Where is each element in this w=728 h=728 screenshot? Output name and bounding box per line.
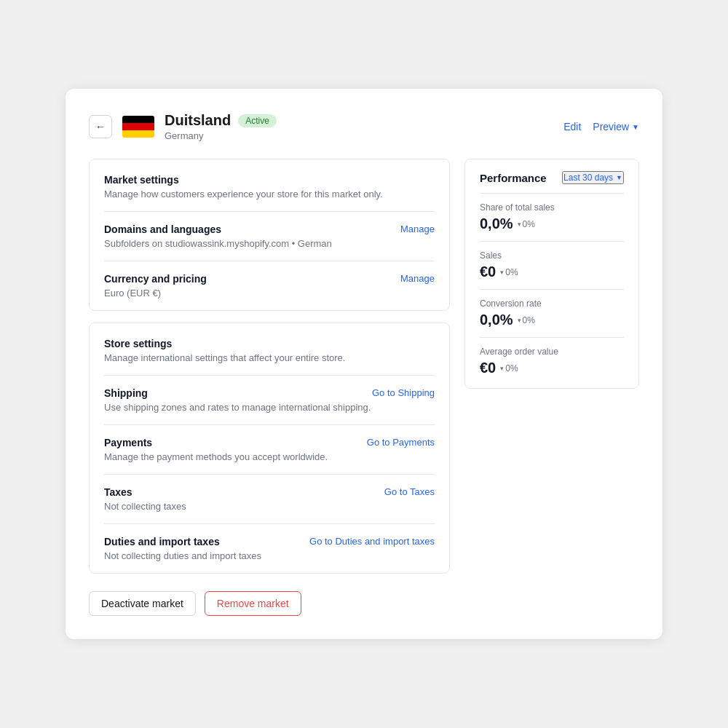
- taxes-title: Taxes: [104, 486, 132, 498]
- shipping-row-header: Shipping Go to Shipping: [104, 387, 435, 399]
- payments-row: Payments Go to Payments Manage the payme…: [104, 424, 435, 474]
- shipping-title: Shipping: [104, 387, 148, 399]
- back-button[interactable]: ←: [89, 115, 112, 138]
- content-layout: Market settings Manage how customers exp…: [89, 159, 639, 574]
- avg-order-number: €0: [480, 360, 496, 376]
- market-settings-title: Market settings: [104, 174, 435, 186]
- taxes-link[interactable]: Go to Taxes: [384, 486, 435, 497]
- header-actions: Edit Preview ▼: [563, 121, 639, 132]
- shipping-link[interactable]: Go to Shipping: [372, 387, 435, 398]
- share-of-sales-change-value: 0%: [523, 219, 535, 229]
- duties-link[interactable]: Go to Duties and import taxes: [309, 536, 435, 547]
- payments-desc: Manage the payment methods you accept wo…: [104, 451, 435, 462]
- left-column: Market settings Manage how customers exp…: [89, 159, 450, 574]
- share-of-sales-label: Share of total sales: [480, 202, 624, 213]
- preview-button[interactable]: Preview ▼: [593, 121, 639, 132]
- duties-row-header: Duties and import taxes Go to Duties and…: [104, 536, 435, 547]
- payments-link[interactable]: Go to Payments: [367, 437, 435, 448]
- sales-number: €0: [480, 264, 496, 280]
- sales-change: ▾ 0%: [500, 267, 518, 277]
- main-card: ← Duitsland Active Germany Edit Preview …: [66, 89, 662, 639]
- conversion-value: 0,0% ▾ 0%: [480, 312, 624, 328]
- domains-desc: Subfolders on studiowassink.myshopify.co…: [104, 238, 435, 249]
- domains-title: Domains and languages: [104, 223, 221, 235]
- store-settings-card: Store settings Manage international sett…: [89, 323, 450, 574]
- taxes-desc: Not collecting taxes: [104, 501, 435, 512]
- share-of-sales-metric: Share of total sales 0,0% ▾ 0%: [480, 193, 624, 241]
- avg-order-change: ▾ 0%: [500, 363, 518, 373]
- taxes-row-header: Taxes Go to Taxes: [104, 486, 435, 498]
- shipping-row: Shipping Go to Shipping Use shipping zon…: [104, 375, 435, 424]
- sales-change-value: 0%: [505, 267, 518, 277]
- deactivate-market-button[interactable]: Deactivate market: [89, 591, 196, 616]
- avg-order-label: Average order value: [480, 347, 624, 357]
- sales-value: €0 ▾ 0%: [480, 264, 624, 280]
- conversion-change-value: 0%: [523, 315, 535, 325]
- shipping-desc: Use shipping zones and rates to manage i…: [104, 402, 435, 413]
- bottom-actions: Deactivate market Remove market: [89, 591, 639, 616]
- country-name-text: Duitsland: [165, 112, 231, 129]
- edit-link[interactable]: Edit: [563, 121, 581, 132]
- currency-title: Currency and pricing: [104, 273, 207, 285]
- country-name-heading: Duitsland Active: [165, 112, 277, 129]
- domains-row-header: Domains and languages Manage: [104, 223, 435, 235]
- status-badge: Active: [238, 114, 277, 127]
- right-column: Performance Last 30 days ▼ Share of tota…: [464, 159, 639, 574]
- currency-row: Currency and pricing Manage Euro (EUR €): [104, 261, 435, 310]
- period-selector[interactable]: Last 30 days ▼: [562, 171, 624, 184]
- preview-label: Preview: [593, 121, 629, 132]
- sales-metric: Sales €0 ▾ 0%: [480, 241, 624, 289]
- currency-row-header: Currency and pricing Manage: [104, 273, 435, 285]
- page-header: ← Duitsland Active Germany Edit Preview …: [89, 112, 639, 141]
- period-label: Last 30 days: [563, 173, 613, 183]
- germany-flag: [122, 116, 154, 138]
- conversion-metric: Conversion rate 0,0% ▾ 0%: [480, 289, 624, 337]
- taxes-row: Taxes Go to Taxes Not collecting taxes: [104, 474, 435, 523]
- domains-row: Domains and languages Manage Subfolders …: [104, 211, 435, 261]
- down-arrow-icon-2: ▾: [500, 269, 504, 276]
- conversion-change: ▾ 0%: [518, 315, 535, 325]
- conversion-label: Conversion rate: [480, 298, 624, 309]
- share-of-sales-number: 0,0%: [480, 215, 513, 232]
- domains-manage-link[interactable]: Manage: [400, 223, 435, 234]
- currency-manage-link[interactable]: Manage: [400, 273, 435, 284]
- avg-order-metric: Average order value €0 ▾ 0%: [480, 337, 624, 385]
- country-subtitle: Germany: [165, 130, 277, 141]
- down-arrow-icon: ▾: [518, 221, 521, 228]
- share-of-sales-change: ▾ 0%: [518, 219, 535, 229]
- down-arrow-icon-4: ▾: [500, 365, 504, 372]
- country-info: Duitsland Active Germany: [165, 112, 277, 141]
- avg-order-value: €0 ▾ 0%: [480, 360, 624, 376]
- duties-row: Duties and import taxes Go to Duties and…: [104, 523, 435, 573]
- performance-header: Performance Last 30 days ▼: [480, 171, 624, 184]
- duties-desc: Not collecting duties and import taxes: [104, 550, 435, 561]
- header-left: ← Duitsland Active Germany: [89, 112, 277, 141]
- market-settings-card: Market settings Manage how customers exp…: [89, 159, 450, 311]
- payments-title: Payments: [104, 437, 152, 448]
- remove-market-button[interactable]: Remove market: [205, 591, 301, 616]
- store-settings-desc: Manage international settings that affec…: [104, 352, 435, 363]
- market-settings-desc: Manage how customers experience your sto…: [104, 189, 435, 199]
- flag-black-stripe: [122, 116, 154, 123]
- avg-order-change-value: 0%: [505, 363, 518, 373]
- currency-desc: Euro (EUR €): [104, 288, 435, 298]
- share-of-sales-value: 0,0% ▾ 0%: [480, 215, 624, 232]
- down-arrow-icon-3: ▾: [518, 317, 521, 324]
- period-chevron-icon: ▼: [616, 174, 622, 181]
- performance-card: Performance Last 30 days ▼ Share of tota…: [464, 159, 639, 389]
- sales-label: Sales: [480, 250, 624, 261]
- conversion-number: 0,0%: [480, 312, 513, 328]
- performance-title: Performance: [480, 172, 547, 184]
- flag-yellow-stripe: [122, 130, 154, 138]
- duties-title: Duties and import taxes: [104, 536, 220, 547]
- store-settings-title: Store settings: [104, 338, 435, 349]
- payments-row-header: Payments Go to Payments: [104, 437, 435, 448]
- chevron-down-icon: ▼: [632, 123, 639, 131]
- flag-red-stripe: [122, 123, 154, 130]
